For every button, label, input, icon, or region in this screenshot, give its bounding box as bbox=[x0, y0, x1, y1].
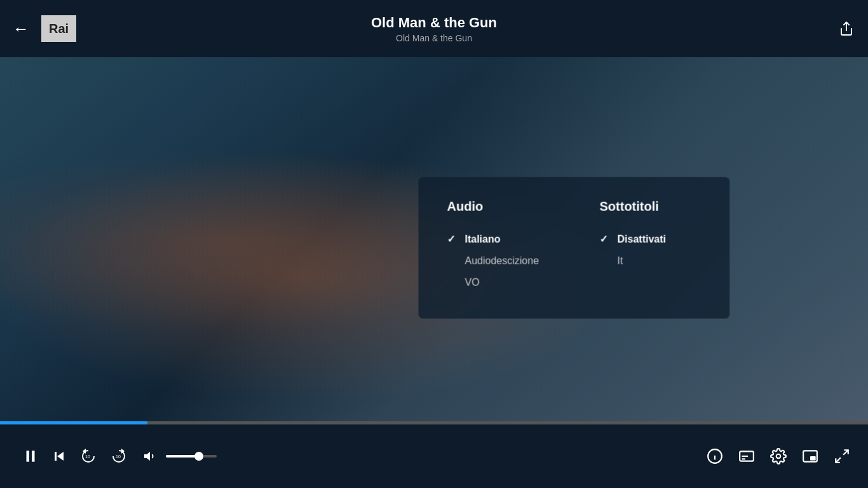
audio-subtitle-menu: Audio ✓ Italiano Audiodescizione VO Sott… bbox=[419, 177, 730, 319]
audio-label-vo: VO bbox=[465, 277, 480, 288]
check-italiano: ✓ bbox=[447, 233, 459, 245]
volume-thumb bbox=[194, 452, 203, 461]
subtitle-item-disattivati[interactable]: ✓ Disattivati bbox=[600, 228, 702, 250]
svg-rect-18 bbox=[810, 456, 816, 461]
svg-line-20 bbox=[836, 458, 841, 463]
rewind-10-button[interactable]: 10 bbox=[73, 442, 104, 470]
right-controls bbox=[702, 443, 855, 470]
svg-point-16 bbox=[776, 454, 781, 459]
pause-button[interactable] bbox=[16, 443, 45, 470]
video-area: Audio ✓ Italiano Audiodescizione VO Sott… bbox=[0, 57, 868, 424]
svg-line-19 bbox=[843, 450, 848, 455]
subtitles-column: Sottotitoli ✓ Disattivati It bbox=[600, 200, 702, 294]
audio-label-audiodescizione: Audiodescizione bbox=[465, 255, 539, 267]
audio-item-italiano[interactable]: ✓ Italiano bbox=[447, 228, 549, 250]
subtitle-item-it[interactable]: It bbox=[600, 250, 702, 272]
svg-rect-2 bbox=[32, 451, 34, 461]
rai-logo: Rai bbox=[41, 15, 76, 42]
svg-marker-3 bbox=[57, 452, 64, 461]
subtitle-label-it: It bbox=[618, 255, 623, 267]
subtitles-button[interactable] bbox=[733, 443, 760, 470]
svg-rect-1 bbox=[27, 451, 29, 461]
pip-button[interactable] bbox=[797, 443, 824, 470]
fullscreen-button[interactable] bbox=[829, 443, 855, 470]
sub-title: Old Man & the Gun bbox=[371, 33, 497, 43]
info-button[interactable] bbox=[702, 443, 728, 470]
svg-text:10: 10 bbox=[116, 454, 121, 459]
subtitles-column-title: Sottotitoli bbox=[600, 200, 702, 214]
audio-column: Audio ✓ Italiano Audiodescizione VO bbox=[447, 200, 549, 294]
volume-area bbox=[139, 446, 217, 466]
back-button[interactable]: ← bbox=[13, 19, 29, 39]
skip-back-button[interactable] bbox=[45, 444, 73, 469]
audio-column-title: Audio bbox=[447, 200, 549, 214]
subtitle-label-disattivati: Disattivati bbox=[618, 233, 666, 245]
share-button[interactable] bbox=[839, 21, 854, 36]
controls-bar: 10 10 bbox=[0, 424, 868, 488]
audio-item-audiodescizione[interactable]: Audiodescizione bbox=[447, 250, 549, 272]
svg-text:10: 10 bbox=[85, 454, 90, 459]
svg-marker-9 bbox=[144, 452, 150, 461]
settings-button[interactable] bbox=[765, 443, 792, 470]
svg-rect-4 bbox=[55, 452, 57, 461]
volume-track[interactable] bbox=[166, 455, 217, 458]
forward-10-button[interactable]: 10 bbox=[104, 442, 134, 470]
main-title: Old Man & the Gun bbox=[371, 15, 497, 31]
check-disattivati: ✓ bbox=[600, 233, 611, 245]
header: ← Rai Old Man & the Gun Old Man & the Gu… bbox=[0, 0, 868, 57]
audio-label-italiano: Italiano bbox=[465, 233, 501, 245]
volume-button[interactable] bbox=[139, 446, 162, 466]
audio-item-vo[interactable]: VO bbox=[447, 272, 549, 294]
title-block: Old Man & the Gun Old Man & the Gun bbox=[371, 15, 497, 43]
